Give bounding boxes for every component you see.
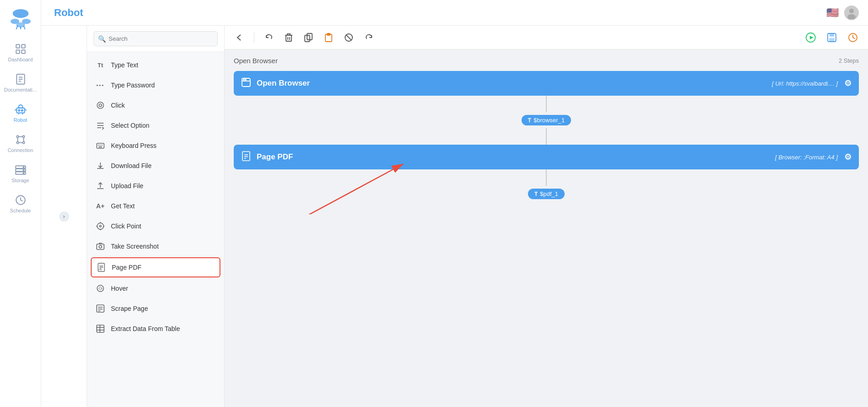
svg-rect-73 [286,35,291,41]
step-label-page-pdf: Page PDF [112,264,142,271]
page-pdf-settings-icon[interactable]: ⚙ [844,152,852,162]
click-icon [95,100,105,110]
steps-list: Tt Type Text ••• Type Password Click [87,52,224,407]
svg-line-6 [23,26,25,29]
sidebar-item-dashboard[interactable]: Dashboard [2,38,39,67]
step-item-type-text[interactable]: Tt Type Text [87,55,224,75]
save-button[interactable] [824,30,840,45]
step-label-take-screenshot: Take Screenshot [111,243,159,250]
upload-file-icon [95,181,105,191]
flow-block-open-browser[interactable]: Open Browser [ Url: https://svalbardi...… [234,71,859,96]
step-label-scrape-page: Scrape Page [111,305,148,312]
svg-point-22 [16,136,18,137]
disable-button[interactable] [341,30,356,45]
svg-line-4 [16,26,17,29]
step-item-select-option[interactable]: Select Option [87,115,224,136]
flag-icon[interactable]: 🇺🇸 [826,7,839,19]
content-area: › 🔍 Tt Type Text ••• Type Password [41,26,868,407]
step-label-extract-data: Extract Data From Table [111,325,180,332]
toolbar-separator-1 [254,32,254,43]
undo-button[interactable] [262,30,276,45]
step-item-upload-file[interactable]: Upload File [87,176,224,196]
type-text-icon: Tt [95,60,105,70]
step-item-type-password[interactable]: ••• Type Password [87,75,224,95]
svg-point-25 [22,141,24,143]
step-item-hover[interactable]: Hover [87,278,224,298]
download-file-icon [95,161,105,171]
run-button[interactable] [803,30,819,45]
collapse-icon[interactable]: › [59,212,69,222]
svg-point-17 [21,110,22,111]
svg-rect-85 [830,33,834,37]
search-input[interactable] [93,31,218,46]
topbar-title: Robot [54,7,83,19]
token-badge-1-container: T $browser_1 [234,115,859,125]
canvas-area: Open Browser 2 Steps Open Browser [225,26,868,407]
delete-button[interactable] [282,30,296,45]
copy-button[interactable] [301,30,316,45]
step-item-get-text[interactable]: A+ Get Text [87,196,224,216]
page-pdf-icon: PDF [96,262,106,272]
sidebar-item-dashboard-label: Dashboard [8,57,33,62]
canvas-header: Open Browser 2 Steps [234,57,859,65]
svg-point-64 [99,287,102,290]
connector-line-2 [546,128,547,145]
sidebar-item-storage-label: Storage [11,178,29,183]
svg-point-24 [16,141,18,143]
step-label-download-file: Download File [111,162,152,169]
step-label-click-point: Click Point [111,222,141,230]
sidebar-item-schedule[interactable]: Schedule [2,190,39,218]
step-label-type-password: Type Password [111,81,155,89]
scrape-page-icon [95,304,105,314]
redo-button[interactable] [362,30,376,45]
click-point-icon [95,221,105,231]
canvas-toolbar [225,26,868,49]
step-item-keyboard-press[interactable]: Keyboard Press [87,136,224,156]
step-item-extract-data[interactable]: Extract Data From Table [87,319,224,339]
step-item-click[interactable]: Click [87,95,224,115]
keyboard-press-icon [95,141,105,151]
history-button[interactable] [845,30,861,45]
sidebar-item-robot[interactable]: Robot [2,99,39,127]
topbar: Robot 🇺🇸 [41,0,868,26]
paste-button[interactable] [321,30,336,45]
step-item-page-pdf[interactable]: PDF Page PDF [91,257,220,277]
step-item-take-screenshot[interactable]: Take Screenshot [87,236,224,256]
sidebar-item-documentation-label: Documentati... [4,87,37,92]
svg-point-0 [12,9,28,18]
step-label-get-text: Get Text [111,202,135,210]
connector-1 [234,96,859,112]
canvas-content: Open Browser 2 Steps Open Browser [225,49,868,407]
topbar-right: 🇺🇸 [826,5,859,20]
flow-block-page-pdf[interactable]: Page PDF [ Browser: ;Format: A4 ] ⚙ [234,145,859,169]
svg-rect-79 [327,33,330,35]
svg-rect-15 [16,108,24,113]
back-button[interactable] [232,30,247,45]
open-browser-meta: [ Url: https://svalbardi.... ] [772,80,838,87]
sidebar-item-connection[interactable]: Connection [2,129,39,157]
sidebar-item-connection-label: Connection [8,147,33,153]
step-item-download-file[interactable]: Download File [87,156,224,176]
svg-point-90 [243,79,244,80]
svg-point-63 [97,285,104,292]
steps-search-container: 🔍 [87,26,224,52]
hover-icon [95,283,105,293]
sidebar-item-schedule-label: Schedule [10,208,31,213]
page-pdf-meta: [ Browser: ;Format: A4 ] [775,154,838,161]
step-label-hover: Hover [111,285,128,292]
open-browser-settings-icon[interactable]: ⚙ [844,78,852,88]
svg-point-35 [23,173,24,174]
svg-rect-92 [242,152,250,161]
step-item-scrape-page[interactable]: Scrape Page [87,298,224,319]
step-item-click-point[interactable]: Click Point [87,216,224,236]
sidebar-item-documentation[interactable]: Documentati... [2,69,39,97]
get-text-icon: A+ [95,201,105,211]
left-panel-collapse[interactable]: › [41,26,87,407]
svg-rect-69 [97,325,104,332]
step-label-select-option: Select Option [111,122,149,129]
user-avatar[interactable] [844,5,859,20]
svg-rect-7 [16,44,20,48]
sidebar-item-storage[interactable]: Storage [2,159,39,188]
extract-data-icon [95,324,105,334]
sidebar: Dashboard Documentati... [0,0,41,407]
